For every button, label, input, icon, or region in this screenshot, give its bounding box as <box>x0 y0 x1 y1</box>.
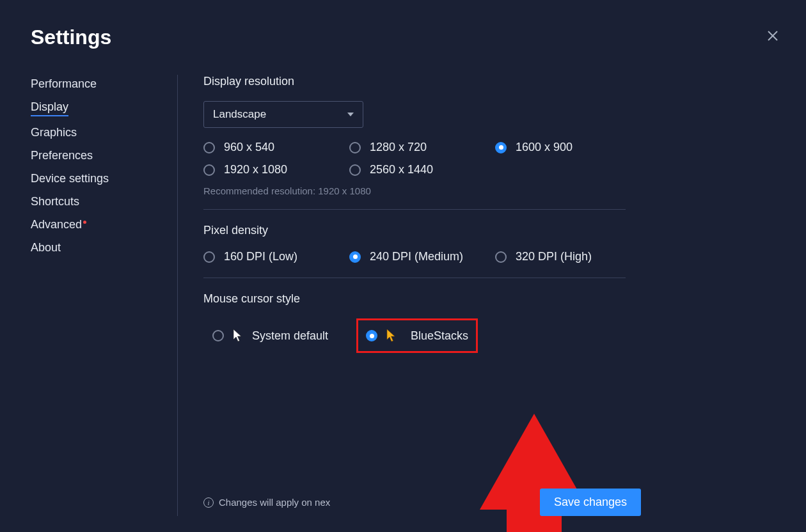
recommended-resolution-text: Recommended resolution: 1920 x 1080 <box>203 185 775 196</box>
radio-dpi-240[interactable] <box>349 251 361 263</box>
sidebar-item-advanced[interactable]: Advanced <box>31 218 86 231</box>
radio-label[interactable]: 1280 x 720 <box>370 141 427 154</box>
radio-res-1280x720[interactable] <box>349 142 361 153</box>
save-changes-button[interactable]: Save changes <box>540 489 641 516</box>
radio-label: BlueStacks <box>411 329 468 343</box>
sidebar: Performance Display Graphics Preferences… <box>31 75 178 516</box>
radio-cursor-system[interactable] <box>212 330 224 341</box>
chevron-down-icon <box>347 113 354 116</box>
cursor-option-system-default[interactable]: System default <box>203 318 337 353</box>
sidebar-item-performance[interactable]: Performance <box>31 77 97 91</box>
sidebar-item-label: Advanced <box>31 218 82 231</box>
radio-label[interactable]: 1600 x 900 <box>516 141 573 154</box>
radio-cursor-bluestacks[interactable] <box>366 330 377 341</box>
footer-row: i Changes will apply on nex Save changes <box>203 489 641 516</box>
display-resolution-heading: Display resolution <box>203 75 775 88</box>
radio-label[interactable]: 960 x 540 <box>224 141 274 154</box>
sidebar-item-shortcuts[interactable]: Shortcuts <box>31 195 79 208</box>
radio-res-1600x900[interactable] <box>495 142 507 153</box>
cursor-option-bluestacks[interactable]: BlueStacks <box>356 318 478 353</box>
section-divider <box>203 209 626 210</box>
page-title: Settings <box>31 26 775 49</box>
cursor-style-heading: Mouse cursor style <box>203 292 775 306</box>
system-cursor-icon <box>233 329 243 343</box>
sidebar-item-preferences[interactable]: Preferences <box>31 149 93 162</box>
radio-dpi-160[interactable] <box>203 251 215 263</box>
sidebar-item-device-settings[interactable]: Device settings <box>31 172 109 185</box>
sidebar-item-graphics[interactable]: Graphics <box>31 126 77 139</box>
restart-hint-text: Changes will apply on nex <box>219 497 330 508</box>
sidebar-item-display[interactable]: Display <box>31 100 68 116</box>
orientation-select[interactable]: Landscape <box>203 101 363 128</box>
info-icon: i <box>203 497 214 508</box>
pixel-density-heading: Pixel density <box>203 224 775 237</box>
radio-res-1920x1080[interactable] <box>203 164 215 176</box>
radio-label[interactable]: 320 DPI (High) <box>516 250 592 263</box>
bluestacks-cursor-icon <box>386 329 397 343</box>
section-divider <box>203 278 626 278</box>
radio-res-2560x1440[interactable] <box>349 164 361 176</box>
radio-label: System default <box>252 329 328 343</box>
close-icon[interactable] <box>765 28 780 43</box>
sidebar-item-about[interactable]: About <box>31 241 61 254</box>
orientation-selected-value: Landscape <box>213 108 266 121</box>
radio-label[interactable]: 1920 x 1080 <box>224 163 287 176</box>
settings-content: Display resolution Landscape 960 x 540 1… <box>178 75 775 516</box>
notification-dot-icon <box>83 221 86 224</box>
radio-label[interactable]: 2560 x 1440 <box>370 163 433 176</box>
radio-label[interactable]: 240 DPI (Medium) <box>370 250 463 263</box>
radio-dpi-320[interactable] <box>495 251 507 263</box>
radio-label[interactable]: 160 DPI (Low) <box>224 250 297 263</box>
radio-res-960x540[interactable] <box>203 142 215 153</box>
